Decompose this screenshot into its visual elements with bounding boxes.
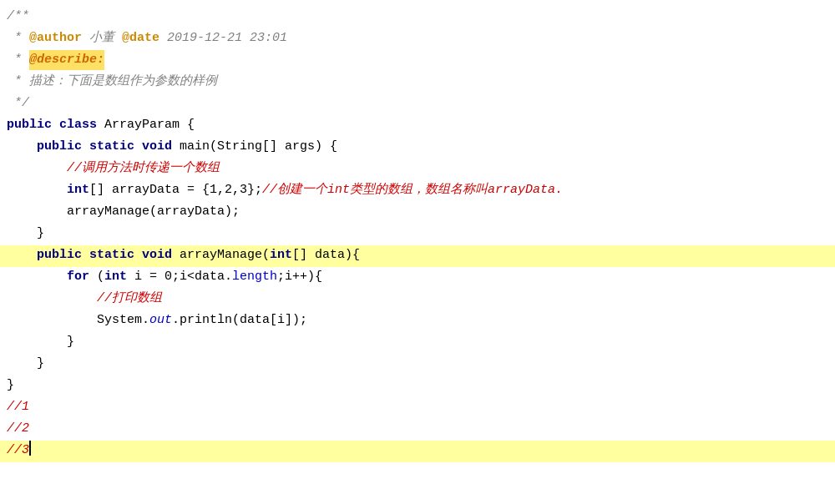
keyword-token: int bbox=[67, 180, 89, 200]
normal-token: } bbox=[7, 375, 14, 396]
comment-token: * 描述：下面是数组作为参数的样例 bbox=[7, 72, 217, 92]
normal-token: } bbox=[7, 224, 44, 244]
normal-token: main(String[] args) { bbox=[172, 137, 337, 157]
normal-token bbox=[7, 245, 37, 265]
normal-token: ( bbox=[89, 267, 104, 287]
code-line: //打印数组 bbox=[0, 289, 835, 310]
normal-token bbox=[7, 289, 97, 309]
cn-comment-token: //3 bbox=[7, 441, 29, 461]
keyword-token: public static void bbox=[37, 245, 172, 265]
code-line: public static void main(String[] args) { bbox=[0, 137, 835, 159]
code-line: * @describe: bbox=[0, 50, 835, 72]
comment-token: */ bbox=[7, 93, 29, 113]
normal-token: [] arrayData = {1,2,3}; bbox=[89, 180, 262, 200]
code-line: /** bbox=[0, 7, 835, 28]
code-line: int[] arrayData = {1,2,3};//创建一个int类型的数组… bbox=[0, 180, 835, 202]
code-line: for (int i = 0;i<data.length;i++){ bbox=[0, 267, 835, 289]
code-line: public static void arrayManage(int[] dat… bbox=[0, 245, 835, 267]
normal-token: System. bbox=[7, 310, 149, 330]
keyword-token: public class bbox=[7, 115, 97, 135]
annotation-token: @author bbox=[29, 28, 82, 48]
cn-comment-token: //调用方法时传递一个数组 bbox=[67, 159, 220, 179]
cn-comment-token: //打印数组 bbox=[97, 289, 162, 309]
normal-token: arrayManage(arrayData); bbox=[7, 202, 240, 222]
normal-token: } bbox=[7, 354, 44, 374]
normal-token: ;i++){ bbox=[277, 267, 322, 287]
text-cursor bbox=[29, 441, 31, 456]
code-line: } bbox=[0, 332, 835, 354]
code-line: //调用方法时传递一个数组 bbox=[0, 159, 835, 180]
normal-token: } bbox=[7, 332, 74, 352]
describe-annotation: @describe: bbox=[29, 50, 104, 70]
keyword-token: public static void bbox=[37, 137, 172, 157]
code-line: //1 bbox=[0, 397, 835, 419]
normal-token: [] data){ bbox=[292, 245, 360, 265]
code-line: } bbox=[0, 224, 835, 245]
code-line: */ bbox=[0, 93, 835, 115]
cn-comment-token: //创建一个int类型的数组，数组名称叫arrayData. bbox=[262, 180, 563, 200]
comment-token: * bbox=[7, 28, 29, 48]
code-editor: /** * @author 小董 @date 2019-12-21 23:01 … bbox=[0, 0, 835, 504]
code-line: } bbox=[0, 354, 835, 375]
normal-token: ArrayParam { bbox=[97, 115, 195, 135]
normal-token bbox=[7, 137, 37, 157]
keyword-token: for bbox=[67, 267, 89, 287]
normal-token: .println(data[i]); bbox=[172, 310, 307, 330]
out-token: out bbox=[149, 310, 172, 330]
code-line: public class ArrayParam { bbox=[0, 115, 835, 137]
normal-token bbox=[7, 180, 67, 200]
comment-token: 小董 bbox=[82, 28, 122, 48]
code-line: * 描述：下面是数组作为参数的样例 bbox=[0, 72, 835, 93]
comment-token: /** bbox=[7, 7, 29, 27]
blue-token: length bbox=[232, 267, 277, 287]
comment-token: * bbox=[7, 50, 29, 70]
comment-token: 2019-12-21 23:01 bbox=[159, 28, 287, 48]
cn-comment-token: //2 bbox=[7, 419, 29, 439]
code-line: } bbox=[0, 375, 835, 397]
normal-token: arrayManage( bbox=[172, 245, 270, 265]
normal-token bbox=[7, 267, 67, 287]
cn-comment-token: //1 bbox=[7, 397, 29, 417]
code-line: * @author 小董 @date 2019-12-21 23:01 bbox=[0, 28, 835, 50]
annotation-token: @date bbox=[122, 28, 159, 48]
keyword-token: int bbox=[270, 245, 292, 265]
normal-token bbox=[7, 159, 67, 179]
keyword-token: int bbox=[104, 267, 127, 287]
code-line: System.out.println(data[i]); bbox=[0, 310, 835, 332]
code-line: //2 bbox=[0, 419, 835, 441]
normal-token: i = 0;i<data. bbox=[127, 267, 232, 287]
code-line: //3 bbox=[0, 441, 835, 462]
code-line: arrayManage(arrayData); bbox=[0, 202, 835, 224]
